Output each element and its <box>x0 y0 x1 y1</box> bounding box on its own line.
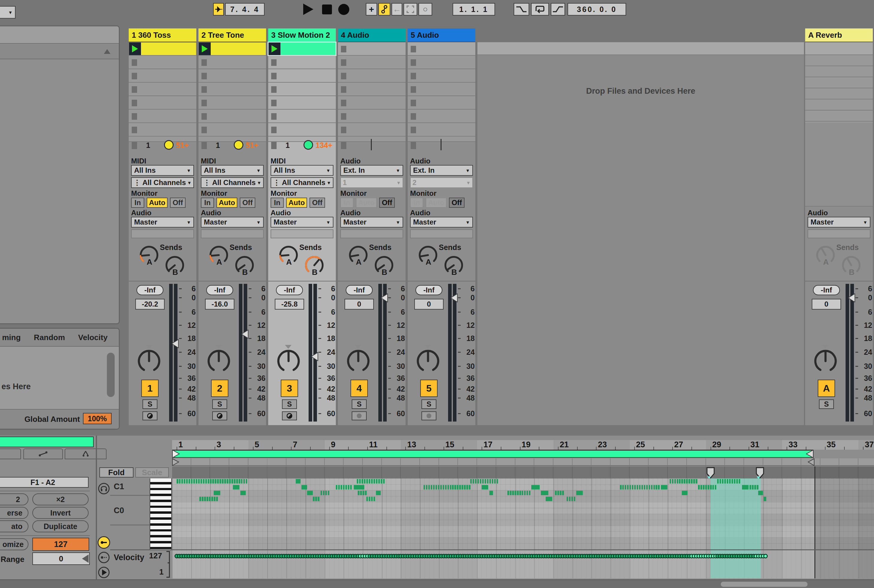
midi-note[interactable] <box>336 485 337 489</box>
ruler-bar-number[interactable]: 9 <box>331 440 336 449</box>
input-type-dropdown[interactable]: All Ins▼ <box>201 165 264 176</box>
monitor-in-button[interactable]: In <box>201 198 214 208</box>
routing-empty-box[interactable] <box>808 230 870 238</box>
track-header-3[interactable]: 3 Slow Motion 2 <box>268 28 336 42</box>
clip-body[interactable] <box>141 42 196 55</box>
track-activator-button[interactable]: 5 <box>420 380 438 397</box>
punch-out-button[interactable] <box>551 3 565 16</box>
midi-note[interactable] <box>571 496 573 501</box>
clip-slot[interactable] <box>198 96 266 110</box>
clip-slot[interactable] <box>268 82 336 96</box>
input-channel-dropdown[interactable]: 2▼ <box>410 177 473 188</box>
midi-note[interactable] <box>301 485 307 489</box>
midi-note[interactable] <box>459 485 461 489</box>
midi-note[interactable] <box>454 485 456 489</box>
clip-slot[interactable] <box>408 110 475 123</box>
midi-note[interactable] <box>205 479 207 483</box>
midi-note[interactable] <box>376 479 378 483</box>
clip-slot[interactable] <box>129 123 196 136</box>
midi-note[interactable] <box>698 485 700 489</box>
track-stop-all-button[interactable] <box>201 142 207 149</box>
clip-stop-button[interactable] <box>271 100 277 106</box>
volume-fader-handle[interactable] <box>241 330 249 339</box>
midi-note[interactable] <box>529 491 531 495</box>
midi-note[interactable] <box>546 496 552 501</box>
input-channel-dropdown[interactable]: 1▼ <box>340 177 403 188</box>
midi-note[interactable] <box>360 491 362 495</box>
midi-note[interactable] <box>739 479 741 483</box>
clip-slot[interactable] <box>268 110 336 123</box>
midi-note[interactable] <box>431 485 433 489</box>
midi-note[interactable] <box>243 479 245 483</box>
clip-slot[interactable] <box>198 56 266 69</box>
clip-stop-button[interactable] <box>341 100 346 106</box>
monitor-in-button[interactable]: In <box>131 198 144 208</box>
input-type-dropdown[interactable]: All Ins▼ <box>271 165 333 176</box>
clip-body[interactable] <box>211 42 266 55</box>
midi-note[interactable] <box>325 491 327 495</box>
volume-field[interactable]: 0 <box>414 299 444 310</box>
arm-button[interactable] <box>421 411 436 420</box>
arm-button[interactable] <box>282 411 297 420</box>
midi-note[interactable] <box>343 485 345 489</box>
midi-note[interactable] <box>191 479 193 483</box>
routing-empty-box[interactable] <box>271 230 333 238</box>
clip-stop-button[interactable] <box>132 127 137 133</box>
input-channel-dropdown[interactable]: ⋮ All Channels▼ <box>131 177 194 188</box>
midi-note[interactable] <box>226 479 228 483</box>
track-header-5[interactable]: 5 Audio <box>408 28 475 42</box>
midi-note[interactable] <box>373 496 375 501</box>
clip-slot[interactable] <box>198 110 266 123</box>
midi-note[interactable] <box>691 479 693 483</box>
midi-note[interactable] <box>202 496 204 501</box>
midi-note[interactable] <box>214 479 216 483</box>
midi-note[interactable] <box>736 479 738 483</box>
routing-empty-box[interactable] <box>410 230 473 238</box>
midi-note[interactable] <box>447 485 449 489</box>
clip-stop-button[interactable] <box>341 113 346 120</box>
midi-note[interactable] <box>443 485 444 489</box>
peak-display[interactable]: -Inf <box>206 285 233 295</box>
midi-note[interactable] <box>555 491 557 495</box>
midi-note[interactable] <box>684 479 685 483</box>
clip-stop-button[interactable] <box>201 113 207 120</box>
ruler-bar-number[interactable]: 3 <box>216 440 221 449</box>
track-activator-button[interactable]: A <box>818 380 835 397</box>
groove-scrollbar[interactable] <box>107 352 115 397</box>
clip-slot[interactable] <box>338 69 406 82</box>
midi-note[interactable] <box>703 485 705 489</box>
pan-knob[interactable] <box>206 347 231 372</box>
clip-stop-button[interactable] <box>201 127 207 133</box>
midi-note[interactable] <box>574 496 576 501</box>
midi-note[interactable] <box>484 479 486 483</box>
midi-note[interactable] <box>524 491 526 495</box>
midi-note[interactable] <box>634 485 636 489</box>
midi-note[interactable] <box>562 491 564 495</box>
midi-note[interactable] <box>560 491 562 495</box>
midi-note[interactable] <box>630 485 631 489</box>
midi-note[interactable] <box>378 479 380 483</box>
session-scene-row-1[interactable] <box>477 42 804 55</box>
loop-start-field[interactable]: 1. 1. 1 <box>453 3 495 16</box>
volume-fader-handle[interactable] <box>381 293 388 302</box>
midi-note[interactable] <box>700 485 702 489</box>
midi-note[interactable] <box>217 479 219 483</box>
midi-note[interactable] <box>758 491 763 495</box>
arm-button[interactable] <box>142 411 157 420</box>
clip-play-button[interactable] <box>268 42 280 55</box>
clip-stop-button[interactable] <box>411 46 416 52</box>
loop-region[interactable] <box>172 450 814 458</box>
ruler-bar-number[interactable]: 25 <box>636 440 645 449</box>
midi-note[interactable] <box>364 479 366 483</box>
midi-note[interactable] <box>350 485 352 489</box>
ruler-bar-number[interactable]: 21 <box>560 440 569 449</box>
ruler-bar-number[interactable]: 5 <box>255 440 259 449</box>
clip-stop-button[interactable] <box>271 73 277 80</box>
midi-note[interactable] <box>470 479 472 483</box>
volume-field[interactable]: 0 <box>345 299 374 310</box>
lane-play-button[interactable] <box>98 567 109 578</box>
midi-note[interactable] <box>371 496 373 501</box>
div2-button[interactable]: 2 <box>0 494 28 506</box>
stop-button[interactable] <box>322 4 332 14</box>
clip-slot[interactable] <box>198 82 266 96</box>
